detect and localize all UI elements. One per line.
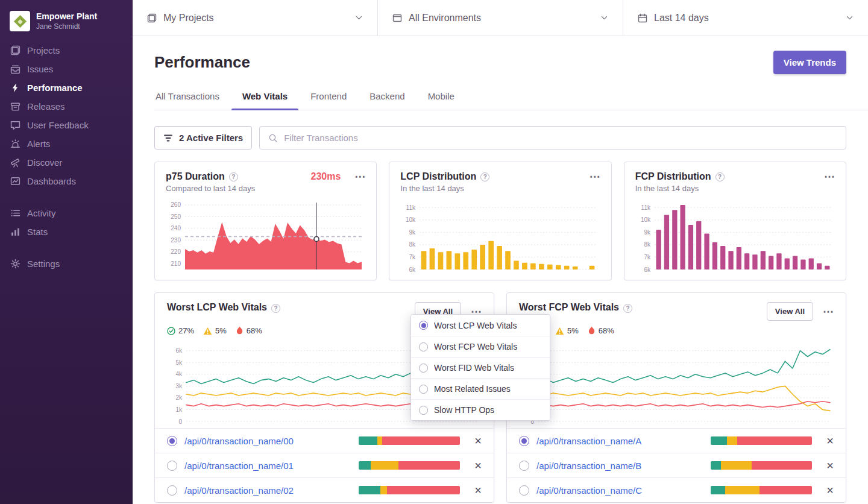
svg-text:8k: 8k xyxy=(644,241,651,248)
sidebar-item-activity[interactable]: Activity xyxy=(0,204,133,222)
sidebar-item-label: Issues xyxy=(27,64,53,74)
svg-text:10k: 10k xyxy=(406,216,416,223)
close-icon[interactable]: × xyxy=(474,484,482,496)
worst-fcp-card: Worst FCP Web Vitals ? View All ⋯ 27% xyxy=(506,292,846,503)
transaction-link[interactable]: /api/0/transaction_name/01 xyxy=(184,461,294,471)
help-icon[interactable]: ? xyxy=(623,304,632,313)
dashboards-icon xyxy=(10,176,20,186)
projects-icon xyxy=(10,45,20,55)
sidebar-nav: Projects Issues Performance Releases Use… xyxy=(0,41,133,273)
transaction-link[interactable]: /api/0/transaction_name/B xyxy=(536,461,641,471)
close-icon[interactable]: × xyxy=(826,435,834,447)
card-menu-button[interactable]: ⋯ xyxy=(823,306,834,317)
transaction-link[interactable]: /api/0/transaction_name/00 xyxy=(184,436,294,446)
tab-frontend[interactable]: Frontend xyxy=(309,84,348,110)
svg-text:6k: 6k xyxy=(644,266,651,273)
vitals-meter xyxy=(711,486,812,494)
search-input[interactable] xyxy=(284,133,837,143)
lcp-distribution-chart: 6k7k8k9k10k11k xyxy=(400,199,600,274)
main-area: My Projects All Environments Last 14 day… xyxy=(133,0,868,504)
help-icon[interactable]: ? xyxy=(715,172,725,181)
card-menu-button[interactable]: ⋯ xyxy=(824,171,835,182)
svg-text:240: 240 xyxy=(171,225,181,232)
svg-text:220: 220 xyxy=(171,248,181,255)
view-all-button[interactable]: View All xyxy=(767,302,813,321)
close-icon[interactable]: × xyxy=(474,459,482,471)
sidebar-item-settings[interactable]: Settings xyxy=(0,254,133,273)
svg-text:8k: 8k xyxy=(409,241,417,248)
transaction-row: /api/0/transaction_name/A × xyxy=(507,428,846,453)
transaction-radio[interactable] xyxy=(519,485,529,496)
tab-mobile[interactable]: Mobile xyxy=(427,84,456,110)
transaction-link[interactable]: /api/0/transaction_name/A xyxy=(536,436,641,446)
sidebar-item-releases[interactable]: Releases xyxy=(0,97,133,116)
view-trends-button[interactable]: View Trends xyxy=(773,51,846,74)
p75-duration-chart: 210220230240250260 xyxy=(166,199,365,274)
sidebar-item-projects[interactable]: Projects xyxy=(0,41,133,60)
project-filter-dropdown[interactable]: My Projects xyxy=(133,0,378,36)
sidebar-item-alerts[interactable]: Alerts xyxy=(0,134,133,153)
card-menu-button[interactable]: ⋯ xyxy=(590,171,600,182)
vitals-meter xyxy=(359,486,460,494)
environment-filter-dropdown[interactable]: All Environments xyxy=(378,0,623,36)
sidebar-item-label: Alerts xyxy=(27,139,50,149)
menu-radio xyxy=(419,385,428,394)
card-title: LCP Distribution xyxy=(400,171,476,182)
sidebar-item-label: Performance xyxy=(27,83,83,93)
tab-all-transactions[interactable]: All Transactions xyxy=(154,84,221,110)
sidebar-item-user-feedback[interactable]: User Feedback xyxy=(0,116,133,134)
svg-text:10k: 10k xyxy=(641,216,651,223)
card-title: Worst FCP Web Vitals xyxy=(519,302,619,313)
chevron-down-icon xyxy=(600,14,608,22)
close-icon[interactable]: × xyxy=(474,435,482,447)
help-icon[interactable]: ? xyxy=(480,172,489,181)
svg-text:2k: 2k xyxy=(175,394,183,401)
card-menu-button[interactable]: ⋯ xyxy=(354,171,365,182)
transaction-row: /api/0/transaction_name/01 × xyxy=(155,453,494,477)
sidebar-item-dashboards[interactable]: Dashboards xyxy=(0,172,133,191)
tab-web-vitals[interactable]: Web Vitals xyxy=(241,84,289,110)
tab-backend[interactable]: Backend xyxy=(368,84,406,110)
menu-item-slow-http-ops[interactable]: Slow HTTP Ops xyxy=(411,399,550,420)
org-user: Jane Schmidt xyxy=(36,22,97,31)
transaction-link[interactable]: /api/0/transaction_name/C xyxy=(536,485,642,496)
sidebar-item-discover[interactable]: Discover xyxy=(0,153,133,172)
org-name: Empower Plant xyxy=(36,11,97,22)
menu-item-worst-lcp[interactable]: Worst LCP Web Vitals xyxy=(411,315,550,336)
close-icon[interactable]: × xyxy=(826,459,834,471)
transaction-radio[interactable] xyxy=(519,436,529,446)
vitals-meter xyxy=(359,436,460,445)
svg-text:7k: 7k xyxy=(409,254,417,260)
poor-badge: 68% xyxy=(236,326,262,335)
environments-icon xyxy=(392,13,402,23)
active-filters-button[interactable]: 2 Active Filters xyxy=(154,126,252,150)
transaction-link[interactable]: /api/0/transaction_name/02 xyxy=(184,485,294,496)
close-icon[interactable]: × xyxy=(826,484,834,496)
transaction-row: /api/0/transaction_name/B × xyxy=(507,453,846,477)
transaction-radio[interactable] xyxy=(167,436,177,446)
tab-bar: All Transactions Web Vitals Frontend Bac… xyxy=(154,84,868,110)
search-icon xyxy=(268,133,278,143)
date-filter-dropdown[interactable]: Last 14 days xyxy=(623,0,868,36)
transaction-radio[interactable] xyxy=(167,461,177,471)
menu-item-worst-fcp[interactable]: Worst FCP Web Vitals xyxy=(411,336,550,357)
calendar-icon xyxy=(638,13,647,23)
org-switcher[interactable]: Empower Plant Jane Schmidt xyxy=(0,7,133,41)
svg-text:250: 250 xyxy=(171,213,181,220)
menu-item-worst-fid[interactable]: Worst FID Web Vitals xyxy=(411,357,550,378)
menu-radio xyxy=(419,342,428,351)
warning-icon xyxy=(203,327,212,335)
transaction-radio[interactable] xyxy=(167,485,177,496)
help-icon[interactable]: ? xyxy=(229,172,238,181)
sidebar-item-label: Releases xyxy=(27,101,65,112)
svg-text:7k: 7k xyxy=(644,254,651,260)
sidebar-item-issues[interactable]: Issues xyxy=(0,60,133,78)
svg-text:230: 230 xyxy=(171,237,181,244)
settings-icon xyxy=(10,259,20,269)
sidebar-item-performance[interactable]: Performance xyxy=(0,78,133,97)
sidebar-item-stats[interactable]: Stats xyxy=(0,222,133,241)
help-icon[interactable]: ? xyxy=(271,304,280,313)
transaction-radio[interactable] xyxy=(519,461,529,471)
chevron-down-icon xyxy=(846,14,854,22)
menu-item-most-related-issues[interactable]: Most Related Issues xyxy=(411,378,550,399)
